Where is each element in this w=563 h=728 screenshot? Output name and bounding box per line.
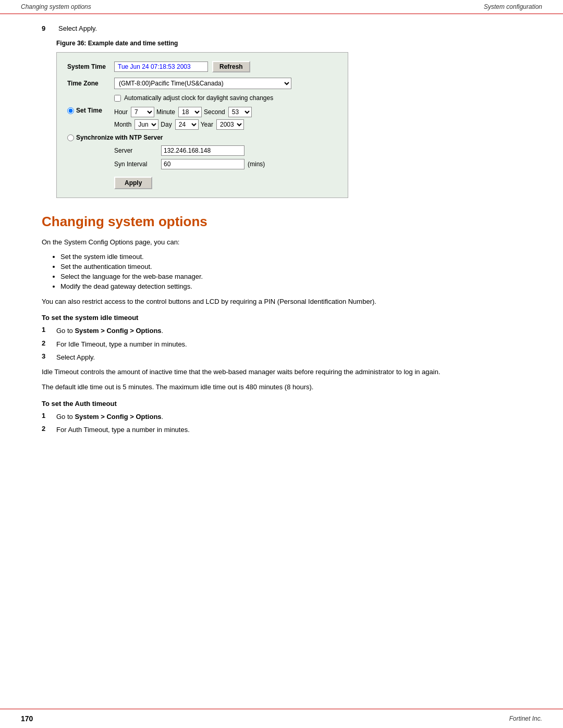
header-right: System configuration: [484, 3, 542, 10]
month-label: Month: [114, 121, 131, 128]
refresh-button[interactable]: Refresh: [212, 61, 250, 72]
auth-timeout-heading: To set the Auth timeout: [42, 400, 521, 408]
footer-brand: Fortinet Inc.: [509, 715, 542, 722]
system-time-row: System Time Tue Jun 24 07:18:53 2003 Ref…: [67, 61, 337, 72]
syn-interval-row: Syn Interval (mins): [114, 159, 337, 169]
set-time-label: Set Time: [76, 107, 102, 114]
page-header: Changing system options System configura…: [0, 0, 563, 14]
idle-timeout-heading: To set the system idle timeout: [42, 314, 521, 322]
list-item: Set the authentication timeout.: [60, 263, 521, 270]
system-time-value: Tue Jun 24 07:18:53 2003: [114, 61, 208, 72]
auth-step-content-1: Go to System > Config > Options.: [56, 412, 163, 422]
second-select[interactable]: 53: [228, 107, 252, 117]
header-left: Changing system options: [21, 3, 91, 10]
idle-step-2: 2 For Idle Timeout, type a number in min…: [42, 339, 521, 350]
hour-select[interactable]: 7: [131, 107, 154, 117]
set-time-radio[interactable]: [67, 107, 74, 114]
day-label: Day: [161, 121, 172, 128]
auth-step-num-1: 1: [42, 412, 56, 419]
ntp-fields: Server Syn Interval (mins) Apply: [114, 145, 337, 189]
month-select[interactable]: Jun: [134, 119, 158, 130]
set-time-fields: Hour 7 Minute 18 Second 53 Month: [114, 107, 252, 130]
step-num-3: 3: [42, 352, 56, 360]
ui-panel: System Time Tue Jun 24 07:18:53 2003 Ref…: [56, 52, 348, 198]
idle-note1: Idle Timeout controls the amount of inac…: [42, 367, 521, 377]
idle-note2: The default idle time out is 5 minutes. …: [42, 382, 521, 392]
step-content-1: Go to System > Config > Options.: [56, 326, 163, 336]
apply-button[interactable]: Apply: [114, 177, 152, 189]
time-zone-select[interactable]: (GMT-8:00)Pacific Time(US&Canada): [114, 78, 291, 89]
ntp-label: Synchronize with NTP Server: [76, 134, 163, 141]
bullet-list: Set the system idle timeout. Set the aut…: [60, 253, 521, 290]
ntp-radio[interactable]: [67, 134, 74, 141]
section-intro: On the System Config Options page, you c…: [42, 237, 521, 248]
list-item: Select the language for the web-base man…: [60, 273, 521, 280]
second-label: Second: [204, 108, 225, 116]
step-9-number: 9: [42, 24, 56, 32]
list-item: Modify the dead gateway detection settin…: [60, 282, 521, 290]
footer-page-number: 170: [21, 714, 33, 723]
year-select[interactable]: 2003: [216, 119, 244, 130]
section-heading: Changing system options: [42, 214, 521, 230]
hour-label: Hour: [114, 108, 128, 116]
time-row-hms: Hour 7 Minute 18 Second 53: [114, 107, 252, 117]
list-item: Set the system idle timeout.: [60, 253, 521, 261]
step-num-2: 2: [42, 339, 56, 347]
auth-step-content-2: For Auth Timeout, type a number in minut…: [56, 425, 190, 435]
idle-step-3: 3 Select Apply.: [42, 352, 521, 363]
main-content: 9 Select Apply. Figure 36: Example date …: [0, 14, 563, 450]
auth-step-1: 1 Go to System > Config > Options.: [42, 412, 521, 422]
minute-label: Minute: [156, 108, 175, 116]
system-time-label: System Time: [67, 63, 114, 70]
daylight-row: Automatically adjust clock for daylight …: [114, 94, 337, 102]
auth-steps: 1 Go to System > Config > Options. 2 For…: [42, 412, 521, 435]
syn-interval-label: Syn Interval: [114, 161, 161, 168]
figure-caption: Figure 36: Example date and time setting: [56, 40, 521, 47]
time-zone-label: Time Zone: [67, 80, 114, 87]
idle-steps: 1 Go to System > Config > Options. 2 For…: [42, 326, 521, 363]
server-label: Server: [114, 147, 161, 154]
idle-step-1: 1 Go to System > Config > Options.: [42, 326, 521, 336]
auth-step-num-2: 2: [42, 425, 56, 433]
step-content-2: For Idle Timeout, type a number in minut…: [56, 339, 187, 350]
time-row-mdy: Month Jun Day 24 Year 2003: [114, 119, 252, 130]
daylight-checkbox[interactable]: [114, 95, 121, 102]
step-9-row: 9 Select Apply.: [42, 24, 521, 32]
ntp-radio-row: Synchronize with NTP Server: [67, 134, 337, 141]
mins-label: (mins): [248, 161, 265, 168]
server-input[interactable]: [161, 145, 244, 156]
step-9-text: Select Apply.: [58, 24, 97, 32]
year-label: Year: [201, 121, 213, 128]
set-time-row: Set Time Hour 7 Minute 18 Second 53: [67, 107, 337, 130]
syn-interval-input[interactable]: [161, 159, 244, 169]
server-row: Server: [114, 145, 337, 156]
time-zone-row: Time Zone (GMT-8:00)Pacific Time(US&Cana…: [67, 78, 337, 89]
auth-step-2: 2 For Auth Timeout, type a number in min…: [42, 425, 521, 435]
page-footer: 170 Fortinet Inc.: [0, 709, 563, 728]
day-select[interactable]: 24: [175, 119, 199, 130]
pin-text: You can also restrict access to the cont…: [42, 297, 521, 307]
step-num-1: 1: [42, 326, 56, 334]
daylight-label: Automatically adjust clock for daylight …: [124, 94, 273, 102]
step-content-3: Select Apply.: [56, 352, 95, 363]
minute-select[interactable]: 18: [178, 107, 202, 117]
ntp-section: Synchronize with NTP Server Server Syn I…: [67, 134, 337, 189]
set-time-radio-col: Set Time: [67, 107, 114, 114]
